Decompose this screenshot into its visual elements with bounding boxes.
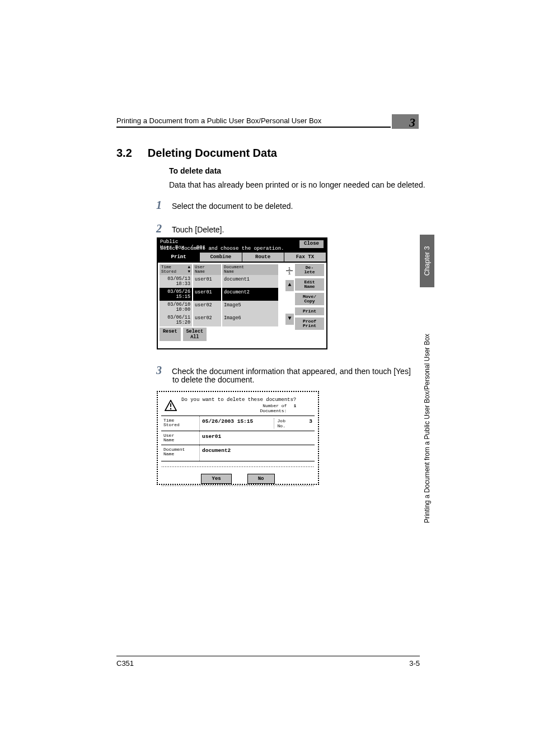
- intro-text: Data that has already been printed or is…: [169, 180, 425, 189]
- section-heading: 3.2 Deleting Document Data: [116, 147, 277, 160]
- print-button[interactable]: Print: [295, 307, 324, 315]
- step-2: 2 Touch [Delete].: [153, 222, 224, 235]
- table-header: Time Stored▲▼ User Name Document Name: [160, 264, 285, 275]
- header-rule: [116, 127, 391, 128]
- tab-combine[interactable]: Combine: [200, 253, 242, 262]
- title-line1: Public: [160, 239, 178, 245]
- step-text: Select the document to be deleted.: [172, 202, 293, 211]
- tab-fax[interactable]: Fax TX: [284, 253, 326, 262]
- step-3-cont: to delete the document.: [172, 375, 254, 384]
- edit-name-button[interactable]: Edit Name: [295, 278, 324, 291]
- step-1: 1 Select the document to be deleted.: [153, 199, 293, 212]
- footer-left: C351: [116, 659, 134, 668]
- tab-print[interactable]: Print: [158, 253, 200, 262]
- confirm-question: Do you want to delete these documents?: [181, 398, 296, 403]
- yes-button[interactable]: Yes: [201, 474, 231, 484]
- warning-icon: [165, 400, 177, 411]
- side-tab-title: Printing a Document from a Public User B…: [420, 291, 434, 566]
- table-row[interactable]: 03/05/13 18:33 user01 document1: [160, 275, 285, 288]
- scroll-up-button[interactable]: ▲: [285, 280, 294, 291]
- info-row: Time Stored 05/26/2003 15:15 Job No. 3: [161, 416, 315, 431]
- screenshot-titlebar: Public User Box / 001 Select document an…: [158, 239, 326, 253]
- section-title: Deleting Document Data: [148, 147, 277, 160]
- numdoc-label: Number of Documents:: [260, 403, 287, 413]
- no-button[interactable]: No: [247, 474, 275, 484]
- screenshot-box-list: Public User Box / 001 Select document an…: [157, 237, 327, 349]
- step-text: Check the document information that appe…: [172, 367, 411, 376]
- select-all-button[interactable]: Select All: [183, 328, 207, 341]
- step-number: 1: [153, 199, 162, 212]
- delete-button[interactable]: De- lete: [295, 264, 324, 276]
- footer-rule: [116, 656, 420, 656]
- sort-icon[interactable]: ▲▼: [188, 265, 190, 274]
- section-number: 3.2: [116, 147, 132, 160]
- chapter-badge: 3: [392, 114, 419, 129]
- tab-route[interactable]: Route: [242, 253, 284, 262]
- proof-print-button[interactable]: Proof Print: [295, 318, 324, 330]
- move-copy-button[interactable]: Move/ Copy: [295, 293, 324, 305]
- step-number: 2: [153, 222, 162, 235]
- scroll-down-button[interactable]: ▼: [285, 314, 294, 325]
- step-text: Touch [Delete].: [172, 225, 224, 234]
- table-row[interactable]: 03/06/10 10:00 user02 Image5: [160, 301, 285, 314]
- table-row[interactable]: 03/05/26 15:15 user01 document2: [160, 288, 285, 301]
- instruction-text: Select document and choose the operation…: [160, 246, 284, 252]
- info-row: Document Name document2: [161, 445, 315, 461]
- step-number: 3: [153, 364, 162, 377]
- side-tab-chapter: Chapter 3: [420, 235, 434, 287]
- chapter-number: 3: [409, 115, 415, 130]
- svg-point-2: [170, 408, 172, 410]
- page-fraction: 1 1: [286, 267, 293, 275]
- info-row: User Name user01: [161, 431, 315, 445]
- close-button[interactable]: Close: [299, 240, 324, 249]
- reset-button[interactable]: Reset: [160, 328, 181, 341]
- tab-row: Print Combine Route Fax TX: [158, 253, 326, 263]
- breadcrumb: Printing a Document from a Public User B…: [116, 116, 321, 125]
- table-row[interactable]: 03/06/11 15:20 user02 Image6: [160, 314, 285, 326]
- screenshot-confirm-delete: Do you want to delete these documents? N…: [157, 391, 319, 485]
- subsection-title: To delete data: [169, 166, 221, 175]
- footer-right: 3-5: [409, 659, 420, 668]
- numdoc-value: 1: [293, 403, 296, 413]
